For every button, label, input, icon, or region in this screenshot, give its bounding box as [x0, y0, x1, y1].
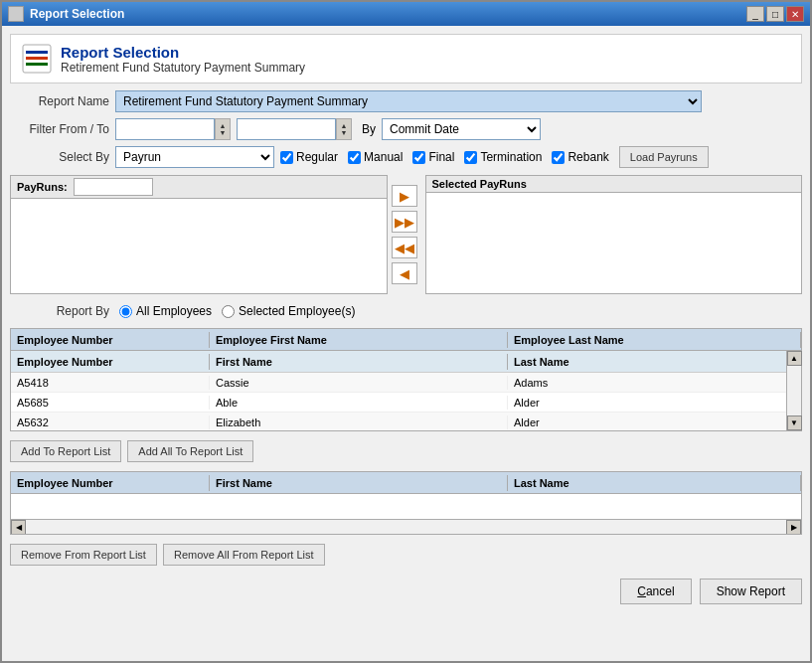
report-name-label: Report Name	[10, 94, 109, 108]
all-employees-radio[interactable]	[119, 305, 132, 318]
window-title: Report Selection	[30, 7, 124, 21]
content-area: Report Selection Retirement Fund Statuto…	[2, 26, 810, 661]
add-buttons-row: Add To Report List Add All To Report Lis…	[10, 437, 802, 465]
all-employees-label: All Employees	[136, 304, 212, 318]
payruns-label: PayRuns:	[17, 181, 68, 193]
all-employees-radio-item: All Employees	[119, 304, 212, 318]
close-button[interactable]: ✕	[786, 6, 804, 22]
selected-employees-radio[interactable]	[222, 305, 235, 318]
scroll-down-arrow[interactable]: ▼	[787, 415, 802, 430]
report-name-select[interactable]: Retirement Fund Statutory Payment Summar…	[115, 90, 702, 112]
window-icon	[8, 6, 24, 22]
move-right-single-button[interactable]: ▶	[392, 185, 417, 207]
emp-col-number-header: Employee Number	[11, 332, 210, 348]
table-row[interactable]: A5418 Cassie Adams	[11, 373, 801, 393]
manual-checkbox[interactable]	[348, 151, 361, 164]
employee-table-section: Employee Number Employee First Name Empl…	[10, 328, 802, 431]
select-by-label: Select By	[10, 150, 109, 164]
hscroll-right-arrow[interactable]: ▶	[786, 520, 801, 535]
report-by-label: Report By	[10, 304, 109, 318]
regular-checkbox[interactable]	[280, 151, 293, 164]
page-title: Report Selection	[61, 44, 305, 61]
selected-payruns-label: Selected PayRuns	[432, 178, 527, 190]
termination-label: Termination	[480, 150, 542, 164]
termination-checkbox[interactable]	[464, 151, 477, 164]
report-list-body: ◀ ▶	[11, 494, 801, 534]
report-icon	[21, 43, 53, 75]
add-to-report-button[interactable]: Add To Report List	[10, 440, 121, 462]
payruns-section: PayRuns: ▶ ▶▶ ◀◀ ◀	[10, 175, 802, 294]
table-row[interactable]: A5685 Able Alder	[11, 393, 801, 413]
move-right-double-button[interactable]: ▶▶	[392, 211, 417, 233]
table-row[interactable]: A5632 Elizabeth Alder	[11, 413, 801, 430]
right-double-icon: ▶▶	[395, 215, 414, 230]
date-from-spinner[interactable]: ▲ ▼	[215, 118, 231, 140]
left-single-icon: ◀	[400, 266, 409, 281]
search-num-header: Employee Number	[11, 354, 210, 370]
report-list-last-header: Last Name	[508, 475, 801, 491]
hscroll-track[interactable]	[26, 520, 786, 535]
date-to-spinner[interactable]: ▲ ▼	[336, 118, 352, 140]
employee-table-body: Employee Number First Name Last Name A54…	[11, 351, 801, 430]
final-checkbox[interactable]	[412, 151, 425, 164]
final-checkbox-item: Final	[412, 150, 454, 164]
cancel-button[interactable]: Cancel	[620, 579, 691, 604]
manual-label: Manual	[364, 150, 403, 164]
employee-table-body-wrapper: Employee Number First Name Last Name A54…	[11, 351, 801, 430]
selected-header: Selected PayRuns	[426, 176, 802, 193]
search-last-header: Last Name	[508, 354, 801, 370]
page-subtitle: Retirement Fund Statutory Payment Summar…	[61, 61, 305, 75]
select-by-select[interactable]: PayrunEmployee	[115, 146, 274, 168]
svg-rect-2	[26, 57, 48, 60]
svg-rect-1	[26, 51, 48, 54]
remove-all-from-report-button[interactable]: Remove All From Report List	[163, 544, 325, 566]
svg-rect-3	[26, 63, 48, 66]
report-list-first-header: First Name	[210, 475, 508, 491]
move-left-double-button[interactable]: ◀◀	[392, 237, 417, 258]
commit-date-select[interactable]: Commit DatePayment Date	[382, 118, 541, 140]
termination-checkbox-item: Termination	[464, 150, 542, 164]
selected-employees-label: Selected Employee(s)	[239, 304, 355, 318]
left-double-icon: ◀◀	[395, 241, 414, 255]
regular-checkbox-item: Regular	[280, 150, 338, 164]
manual-checkbox-item: Manual	[348, 150, 403, 164]
remove-buttons-row: Remove From Report List Remove All From …	[10, 541, 802, 569]
payruns-search-input[interactable]	[74, 178, 153, 196]
show-report-button[interactable]: Show Report	[700, 579, 802, 604]
right-single-icon: ▶	[400, 189, 409, 204]
by-label: By	[362, 122, 376, 136]
load-payruns-button[interactable]: Load Payruns	[619, 146, 709, 168]
emp-col-last-header: Employee Last Name	[508, 332, 801, 348]
header-section: Report Selection Retirement Fund Statuto…	[10, 34, 802, 83]
form-section: Report Name Retirement Fund Statutory Pa…	[10, 89, 802, 169]
select-by-row: Select By PayrunEmployee Regular Manual …	[10, 145, 802, 169]
rebank-label: Rebank	[568, 150, 608, 164]
date-to-input[interactable]: 08/Jul/2015	[237, 118, 336, 140]
selected-employees-radio-item: Selected Employee(s)	[222, 304, 355, 318]
employee-table-header: Employee Number Employee First Name Empl…	[11, 329, 801, 351]
report-name-row: Report Name Retirement Fund Statutory Pa…	[10, 89, 802, 113]
rebank-checkbox-item: Rebank	[552, 150, 608, 164]
date-from-spin: 08/Jul/2015 ▲ ▼	[115, 118, 231, 140]
filter-row: Filter From / To 08/Jul/2015 ▲ ▼ 08/Jul/…	[10, 117, 802, 141]
scroll-up-arrow[interactable]: ▲	[787, 351, 802, 366]
payruns-header: PayRuns:	[11, 176, 387, 199]
maximize-button[interactable]: □	[766, 6, 784, 22]
report-list-num-header: Employee Number	[11, 475, 210, 491]
add-all-to-report-button[interactable]: Add All To Report List	[127, 440, 253, 462]
payruns-left: PayRuns:	[10, 175, 388, 294]
move-left-single-button[interactable]: ◀	[392, 262, 417, 284]
employee-table-scrollbar[interactable]: ▲ ▼	[786, 351, 801, 430]
employee-search-row: Employee Number First Name Last Name	[11, 351, 801, 373]
report-list-header: Employee Number First Name Last Name	[11, 472, 801, 494]
remove-from-report-button[interactable]: Remove From Report List	[10, 544, 157, 566]
report-list-hscrollbar: ◀ ▶	[11, 519, 801, 534]
hscroll-left-arrow[interactable]: ◀	[11, 520, 26, 535]
minimize-button[interactable]: _	[746, 6, 764, 22]
final-label: Final	[428, 150, 454, 164]
title-bar: Report Selection _ □ ✕	[2, 2, 810, 26]
rebank-checkbox[interactable]	[552, 151, 565, 164]
checkbox-group: Regular Manual Final Termination	[280, 146, 709, 168]
date-from-input[interactable]: 08/Jul/2015	[115, 118, 215, 140]
regular-label: Regular	[296, 150, 338, 164]
